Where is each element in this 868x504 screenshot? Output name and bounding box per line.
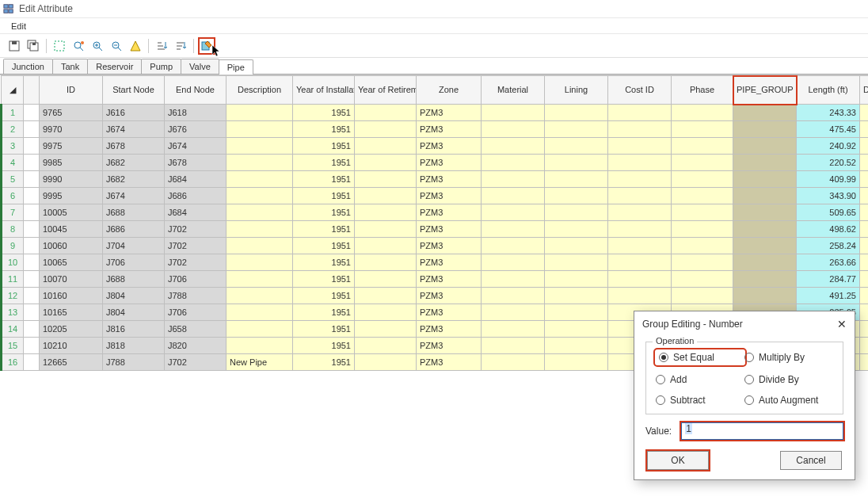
cell-pipegroup[interactable] <box>733 121 797 138</box>
cell-costid[interactable] <box>608 238 672 254</box>
row-select[interactable] <box>24 204 40 221</box>
cell-yoi[interactable]: 1951 <box>293 321 355 338</box>
cell-material[interactable] <box>482 338 545 354</box>
cell-zone[interactable]: PZM3 <box>417 288 482 304</box>
cell-diam[interactable] <box>860 254 869 271</box>
row-header[interactable]: 5 <box>2 171 24 188</box>
cell-yor[interactable] <box>355 105 417 121</box>
cell-startnode[interactable]: J704 <box>103 238 165 254</box>
table-row[interactable]: 59990J682J6841951PZM3409.99 <box>2 171 869 188</box>
cell-desc[interactable] <box>227 304 293 321</box>
cell-desc[interactable]: New Pipe <box>227 354 293 371</box>
cell-phase[interactable] <box>672 238 733 254</box>
cell-id[interactable]: 10205 <box>40 321 103 338</box>
cell-phase[interactable] <box>672 155 733 171</box>
cell-pipegroup[interactable] <box>733 204 797 221</box>
cell-endnode[interactable]: J686 <box>165 188 227 204</box>
cell-yoi[interactable]: 1951 <box>293 338 355 354</box>
table-row[interactable]: 49985J682J6781951PZM3220.52 <box>2 155 869 171</box>
zoom-to-icon[interactable] <box>70 37 87 55</box>
tab-reservoir[interactable]: Reservoir <box>87 59 142 74</box>
cell-lining[interactable] <box>545 238 608 254</box>
cell-yor[interactable] <box>355 338 417 354</box>
cell-pipegroup[interactable] <box>733 138 797 155</box>
cell-endnode[interactable]: J788 <box>165 288 227 304</box>
cell-yor[interactable] <box>355 221 417 238</box>
col-length[interactable]: Length (ft) <box>797 76 860 105</box>
cell-endnode[interactable]: J702 <box>165 254 227 271</box>
cell-phase[interactable] <box>672 138 733 155</box>
cell-phase[interactable] <box>672 121 733 138</box>
cell-length[interactable]: 491.25 <box>797 288 860 304</box>
cell-phase[interactable] <box>672 105 733 121</box>
cell-zone[interactable]: PZM3 <box>417 171 482 188</box>
cell-costid[interactable] <box>608 105 672 121</box>
cell-diam[interactable] <box>860 354 869 371</box>
cell-material[interactable] <box>482 304 545 321</box>
cell-length[interactable]: 284.77 <box>797 271 860 288</box>
tab-tank[interactable]: Tank <box>52 59 88 74</box>
tab-valve[interactable]: Valve <box>181 59 219 74</box>
row-select[interactable] <box>24 105 40 121</box>
cell-startnode[interactable]: J616 <box>103 105 165 121</box>
cell-pipegroup[interactable] <box>733 254 797 271</box>
cell-endnode[interactable]: J702 <box>165 238 227 254</box>
ok-button[interactable]: OK <box>647 451 709 470</box>
cell-yoi[interactable]: 1951 <box>293 105 355 121</box>
tab-pipe[interactable]: Pipe <box>219 59 253 74</box>
row-header[interactable]: 7 <box>2 204 24 221</box>
cell-pipegroup[interactable] <box>733 271 797 288</box>
cell-pipegroup[interactable] <box>733 155 797 171</box>
cell-material[interactable] <box>482 155 545 171</box>
cell-phase[interactable] <box>672 171 733 188</box>
cell-id[interactable]: 9995 <box>40 188 103 204</box>
radio-auto-augment[interactable]: Auto Augment <box>744 395 833 406</box>
row-select[interactable] <box>24 121 40 138</box>
radio-set-equal[interactable]: Set Equal <box>656 350 744 365</box>
cell-costid[interactable] <box>608 254 672 271</box>
cell-desc[interactable] <box>227 221 293 238</box>
cell-material[interactable] <box>482 221 545 238</box>
cell-yor[interactable] <box>355 238 417 254</box>
cell-lining[interactable] <box>545 338 608 354</box>
col-startnode[interactable]: Start Node <box>103 76 165 105</box>
cell-material[interactable] <box>482 321 545 338</box>
table-row[interactable]: 1110070J688J7061951PZM3284.77 <box>2 271 869 288</box>
cell-phase[interactable] <box>672 288 733 304</box>
table-row[interactable]: 810045J686J7021951PZM3498.62 <box>2 221 869 238</box>
cell-desc[interactable] <box>227 121 293 138</box>
cell-diam[interactable] <box>860 321 869 338</box>
row-header[interactable]: 9 <box>2 238 24 254</box>
row-select[interactable] <box>24 221 40 238</box>
cell-diam[interactable] <box>860 188 869 204</box>
menu-edit[interactable]: Edit <box>6 20 31 32</box>
cell-lining[interactable] <box>545 171 608 188</box>
row-select[interactable] <box>24 171 40 188</box>
cell-id[interactable]: 10060 <box>40 238 103 254</box>
row-header[interactable]: 10 <box>2 254 24 271</box>
table-row[interactable]: 69995J674J6861951PZM3343.90 <box>2 188 869 204</box>
col-yor[interactable]: Year of Retirement <box>355 76 417 105</box>
zoom-out-icon[interactable] <box>108 37 125 55</box>
cell-length[interactable]: 263.66 <box>797 254 860 271</box>
cell-yor[interactable] <box>355 204 417 221</box>
cell-startnode[interactable]: J818 <box>103 338 165 354</box>
table-row[interactable]: 19765J616J6181951PZM3243.33 <box>2 105 869 121</box>
cell-material[interactable] <box>482 354 545 371</box>
save-all-icon[interactable] <box>25 37 42 55</box>
row-select[interactable] <box>24 321 40 338</box>
cell-endnode[interactable]: J658 <box>165 321 227 338</box>
corner-header[interactable]: ◢ <box>2 76 24 105</box>
cell-material[interactable] <box>482 271 545 288</box>
cell-yoi[interactable]: 1951 <box>293 304 355 321</box>
cell-diam[interactable] <box>860 204 869 221</box>
cell-phase[interactable] <box>672 204 733 221</box>
cell-zone[interactable]: PZM3 <box>417 188 482 204</box>
value-input[interactable]: 1 <box>681 422 843 440</box>
cell-material[interactable] <box>482 238 545 254</box>
cell-pipegroup[interactable] <box>733 288 797 304</box>
cell-diam[interactable] <box>860 288 869 304</box>
cell-yoi[interactable]: 1951 <box>293 204 355 221</box>
cell-diam[interactable] <box>860 304 869 321</box>
cell-diam[interactable] <box>860 271 869 288</box>
